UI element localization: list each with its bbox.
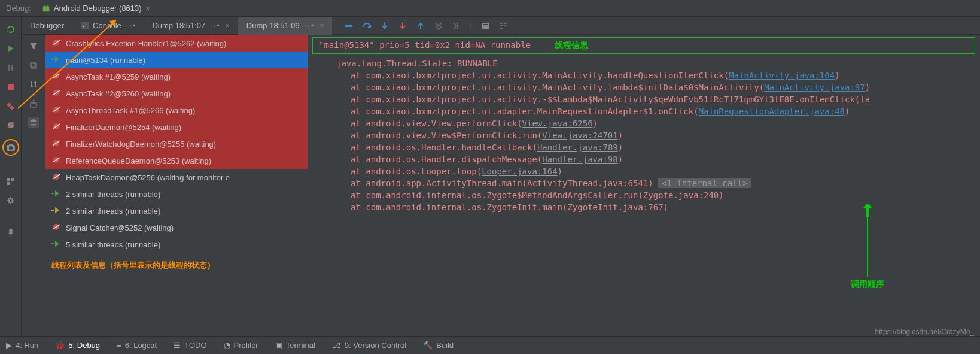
thread-list: Crashlytics Excetion Handler1@5262 (wait… [45,35,308,336]
stack-frame[interactable]: at android.app.ActivityThread.main(Activ… [312,177,975,189]
close-icon[interactable]: × [145,4,150,13]
source-link[interactable]: Looper.java:164 [482,167,557,176]
svg-point-11 [9,146,13,150]
thread-item[interactable]: FinalizerWatchdogDaemon@5255 (waiting) [45,135,308,152]
layout-icon[interactable] [5,176,16,187]
logcat-tool[interactable]: ≡6: Logcat [117,341,157,350]
pause-icon[interactable] [5,62,16,73]
stack-frame[interactable]: at android.view.View$PerformClick.run(Vi… [312,129,975,141]
thread-state-icon [51,140,61,148]
filter-icon[interactable] [28,41,39,52]
thread-item[interactable]: Crashlytics Excetion Handler1@5262 (wait… [45,35,308,52]
svg-rect-5 [8,84,14,90]
source-link[interactable]: MainRequestionAdapter.java:48 [699,107,845,116]
step-out-icon[interactable] [416,21,425,31]
thread-state-icon [51,39,61,47]
svg-point-6 [7,103,11,107]
copy-icon[interactable] [28,60,39,71]
thread-name: AsyncThreadTask #1@5266 (waiting) [66,106,195,115]
step-over-icon[interactable] [362,21,372,31]
thread-item[interactable]: 2 similar threads (runnable) [45,186,308,202]
dump-threads-icon[interactable] [2,139,19,156]
thread-info-box: "main@5134" prio=5 tid=0x2 nid=NA runnab… [312,37,975,54]
thread-state-icon [51,240,61,249]
dump2-tab[interactable]: Dump 18:51:09 →• × [238,17,332,35]
evaluate-icon[interactable] [480,21,490,31]
sort-icon[interactable] [28,79,39,90]
thread-item[interactable]: FinalizerDaemon@5254 (waiting) [45,119,308,135]
internal-call-badge: <1 internal call> [658,178,751,188]
settings-icon[interactable] [5,195,16,206]
debug-session-tab[interactable]: Android Debugger (8613) × [37,2,155,15]
mute-breakpoints-icon[interactable] [5,120,16,131]
stack-frame[interactable]: at com.xiaoi.bxmztproject.ui.activity.Ma… [312,81,975,93]
resume-icon[interactable] [5,43,16,54]
force-step-into-icon[interactable] [398,21,407,31]
stack-frame[interactable]: at android.view.View.performClick(View.j… [312,117,975,129]
source-link[interactable]: View.java:24701 [542,131,617,140]
breakpoints-icon[interactable] [5,101,16,111]
stack-frame[interactable]: at com.xiaoi.bxmztproject.ui.adapter.Mai… [312,105,975,117]
debugger-tab[interactable]: Debugger [22,17,72,35]
build-tool[interactable]: 🔨Build [423,341,454,350]
thread-header: "main@5134" prio=5 tid=0x2 nid=NA runnab… [319,40,531,51]
source-link[interactable]: View.java:6256 [522,119,593,128]
export-icon[interactable]: →• [125,21,136,30]
console-icon [81,22,89,29]
source-link[interactable]: Handler.java:98 [542,155,617,164]
thread-item[interactable]: 2 similar threads (runnable) [45,202,308,219]
export-icon[interactable] [28,98,39,109]
svg-point-1 [44,5,45,6]
thread-item[interactable]: 5 similar threads (runnable) [45,236,308,253]
debug-tool[interactable]: 🐞5: Debug [55,341,100,350]
thread-item[interactable]: ReferenceQueueDaemon@5253 (waiting) [45,152,308,169]
stack-frame[interactable]: at android.os.Handler.dispatchMessage(Ha… [312,153,975,165]
thread-item[interactable]: main@5134 (runnable) [45,52,308,68]
todo-tool[interactable]: ☰TODO [174,341,206,350]
thread-state-icon [51,106,61,114]
svg-rect-24 [482,23,489,29]
show-exec-icon[interactable] [344,21,354,31]
export-icon[interactable]: →• [209,21,220,30]
vc-tool[interactable]: ⎇9: Version Control [332,341,406,350]
thread-item[interactable]: AsyncTask #1@5259 (waiting) [45,68,308,85]
terminal-tool[interactable]: ▣Terminal [275,341,315,350]
close-icon[interactable]: × [319,22,324,30]
thread-state: java.lang.Thread.State: RUNNABLE [312,58,975,69]
thread-item[interactable]: AsyncThreadTask #1@5266 (waiting) [45,102,308,119]
pin-icon[interactable] [5,226,16,237]
dump1-tab[interactable]: Dump 18:51:07 →• × [144,17,238,35]
debug-toolbar: | [344,21,507,31]
stack-frame[interactable]: at android.os.Looper.loop(Looper.java:16… [312,165,975,177]
stack-frame[interactable]: at com.xiaoi.bxmztproject.ui.activity.-$… [312,93,975,105]
close-icon[interactable]: × [226,22,230,30]
stack-frame[interactable]: at android.os.Handler.handleCallback(Han… [312,141,975,153]
svg-rect-12 [9,144,13,146]
run-tool[interactable]: ▶4: Run [6,341,38,350]
stack-frame[interactable]: at com.xiaoi.bxmztproject.ui.activity.Ma… [312,69,975,81]
thread-state-icon [51,207,61,215]
thread-item[interactable]: HeapTaskDaemon@5256 (waiting for monitor… [45,169,308,186]
profiler-tool[interactable]: ◔Profiler [224,341,258,350]
thread-item[interactable]: Signal Catcher@5252 (waiting) [45,219,308,236]
collapse-icon[interactable] [28,117,39,128]
thread-item[interactable]: AsyncTask #2@5260 (waiting) [45,85,308,102]
run-to-cursor-icon[interactable] [452,21,461,31]
export-icon[interactable]: →• [303,21,314,30]
step-into-icon[interactable] [380,21,389,31]
debug-action-gutter [0,17,22,336]
debugger-tabs: Debugger Console →• Dump 18:51:07 →• × D… [22,17,980,35]
trace-icon[interactable] [498,21,508,31]
svg-rect-14 [11,178,14,181]
source-link[interactable]: Handler.java:789 [537,143,618,152]
svg-point-7 [10,106,14,110]
rerun-icon[interactable] [5,24,16,35]
source-link[interactable]: MainActivity.java:104 [729,71,835,80]
svg-rect-19 [345,25,352,27]
stop-icon[interactable] [5,81,16,92]
bottom-tool-bar: ▶4: Run 🐞5: Debug ≡6: Logcat ☰TODO ◔Prof… [0,336,980,354]
drop-frame-icon[interactable] [434,21,443,31]
source-link[interactable]: MainActivity.java:97 [764,83,865,92]
thread-list-caption: 线程列表及信息（括号里表示的是线程的状态） [45,253,308,278]
stack-frame[interactable]: at com.android.internal.os.Zygote$Method… [312,189,975,201]
